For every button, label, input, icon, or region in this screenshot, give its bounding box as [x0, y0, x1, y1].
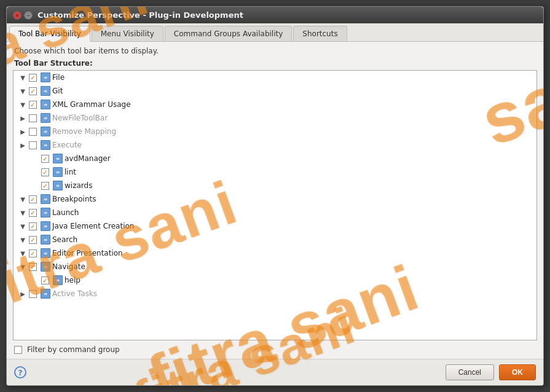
tree-item-navigate[interactable]: ≡ Navigate — [14, 260, 536, 273]
label-lint: lint — [65, 168, 76, 176]
checkbox-xml[interactable] — [29, 101, 37, 109]
section-label: Tool Bar Structure: — [7, 58, 543, 70]
label-remove-mapping: Remove Mapping — [52, 127, 116, 136]
toolbar-icon-java: ≡ — [41, 221, 50, 231]
filter-row: Filter by command group — [7, 340, 543, 359]
label-avdmanager: avdManager — [65, 154, 111, 163]
expand-arrow-editor[interactable] — [18, 249, 27, 257]
checkbox-breakpoints[interactable] — [29, 195, 37, 203]
checkbox-execute[interactable] — [29, 141, 37, 149]
filter-checkbox[interactable] — [14, 346, 22, 354]
window-title: Customize Perspective - Plug-in Developm… — [37, 10, 243, 20]
expand-arrow-search[interactable] — [18, 235, 27, 244]
tab-command-groups-availability[interactable]: Command Groups Availability — [165, 26, 293, 41]
label-wizards: wizards — [65, 181, 92, 190]
checkbox-java[interactable] — [29, 222, 37, 230]
toolbar-icon-remove-mapping: ≡ — [41, 127, 50, 136]
tree-item-execute[interactable]: ≡ Execute — [14, 138, 536, 152]
tree-item-remove-mapping[interactable]: ≡ Remove Mapping — [14, 125, 536, 138]
help-icon[interactable]: ? — [14, 366, 26, 378]
minimize-button[interactable]: − — [24, 11, 33, 20]
tree-item-editor-presentation[interactable]: ≡ Editor Presentation — [14, 246, 536, 260]
toolbar-icon-xml: ≡ — [41, 100, 50, 109]
label-execute: Execute — [52, 141, 82, 149]
tree-item-active-tasks[interactable]: ≡ Active Tasks — [14, 287, 536, 300]
toolbar-icon-execute: ≡ — [41, 140, 50, 150]
ok-button[interactable]: OK — [499, 364, 536, 380]
label-git: Git — [52, 87, 63, 95]
filter-label: Filter by command group — [27, 345, 120, 354]
toolbar-icon-lint: ≡ — [53, 167, 63, 177]
title-bar: × − Customize Perspective - Plug-in Deve… — [7, 7, 543, 23]
checkbox-search[interactable] — [29, 236, 37, 244]
label-xml: XML Grammar Usage — [52, 100, 131, 109]
expand-arrow-file[interactable] — [18, 73, 27, 82]
expand-arrow-breakpoints[interactable] — [18, 195, 27, 203]
label-newfile: NewFileToolBar — [52, 114, 108, 122]
tree-item-java-element-creation[interactable]: ≡ Java Element Creation — [14, 219, 536, 233]
checkbox-remove-mapping[interactable] — [29, 128, 37, 136]
toolbar-icon-search: ≡ — [41, 235, 50, 245]
label-file: File — [52, 73, 65, 82]
toolbar-icon-avdmanager: ≡ — [53, 154, 63, 163]
checkbox-editor[interactable] — [29, 249, 37, 257]
toolbar-icon-navigate: ≡ — [41, 262, 50, 272]
label-launch: Launch — [52, 208, 79, 217]
expand-arrow-execute[interactable] — [18, 141, 27, 149]
toolbar-icon-file: ≡ — [41, 73, 50, 82]
checkbox-git[interactable] — [29, 87, 37, 95]
toolbar-icon-launch: ≡ — [41, 208, 50, 218]
expand-arrow-git[interactable] — [18, 87, 27, 95]
expand-arrow-navigate[interactable] — [18, 262, 27, 271]
checkbox-wizards[interactable] — [41, 182, 49, 190]
label-java: Java Element Creation — [52, 222, 134, 230]
label-navigate: Navigate — [52, 262, 85, 271]
expand-arrow-launch[interactable] — [18, 208, 27, 217]
tree-item-avdmanager[interactable]: ≡ avdManager — [14, 152, 536, 165]
cancel-button[interactable]: Cancel — [446, 364, 494, 380]
checkbox-file[interactable] — [29, 74, 37, 82]
main-dialog: fitra sani sani fitra sani fitra sani fi… — [6, 6, 544, 386]
close-button[interactable]: × — [13, 11, 22, 20]
toolbar-icon-help: ≡ — [53, 275, 63, 285]
tree-item-breakpoints[interactable]: ≡ Breakpoints — [14, 192, 536, 206]
checkbox-help[interactable] — [41, 276, 49, 284]
checkbox-navigate[interactable] — [29, 263, 37, 271]
tab-shortcuts[interactable]: Shortcuts — [293, 26, 347, 41]
label-breakpoints: Breakpoints — [52, 195, 96, 203]
tree-item-lint[interactable]: ≡ lint — [14, 165, 536, 179]
expand-arrow-xml[interactable] — [18, 100, 27, 109]
tab-tool-bar-visibility[interactable]: Tool Bar Visibility — [9, 26, 90, 42]
tree-item-new-file-toolbar[interactable]: ≡ NewFileToolBar — [14, 111, 536, 125]
checkbox-avdmanager[interactable] — [41, 155, 49, 163]
checkbox-launch[interactable] — [29, 209, 37, 217]
label-active-tasks: Active Tasks — [52, 289, 97, 298]
expand-arrow-active-tasks[interactable] — [18, 289, 27, 298]
buttons-row: ? Cancel OK — [7, 359, 543, 385]
tree-item-wizards[interactable]: ≡ wizards — [14, 179, 536, 192]
tab-menu-visibility[interactable]: Menu Visibility — [92, 26, 163, 41]
toolbar-icon-breakpoints: ≡ — [41, 194, 50, 204]
expand-arrow-newfile[interactable] — [18, 114, 27, 122]
toolbar-icon-active-tasks: ≡ — [41, 289, 50, 299]
tree-item-search[interactable]: ≡ Search — [14, 233, 536, 246]
tree-item-xml-grammar-usage[interactable]: ≡ XML Grammar Usage — [14, 98, 536, 111]
tree-area[interactable]: ≡ File ≡ Git ≡ XML Grammar Usage ≡ NewFi… — [13, 70, 537, 340]
tree-item-git[interactable]: ≡ Git — [14, 84, 536, 98]
tree-item-launch[interactable]: ≡ Launch — [14, 206, 536, 219]
tabs-row: Tool Bar Visibility Menu Visibility Comm… — [7, 23, 543, 42]
expand-arrow-java[interactable] — [18, 222, 27, 230]
tree-item-help[interactable]: ≡ help — [14, 273, 536, 287]
expand-arrow-remove-mapping[interactable] — [18, 127, 27, 136]
checkbox-active-tasks[interactable] — [29, 290, 37, 298]
toolbar-icon-wizards: ≡ — [53, 181, 63, 190]
checkbox-newfile[interactable] — [29, 114, 37, 122]
label-editor: Editor Presentation — [52, 249, 123, 257]
label-search: Search — [52, 235, 77, 244]
toolbar-icon-editor: ≡ — [41, 248, 50, 258]
checkbox-lint[interactable] — [41, 168, 49, 176]
description-text: Choose which tool bar items to display. — [7, 42, 543, 58]
label-help: help — [65, 276, 81, 284]
tree-item-file[interactable]: ≡ File — [14, 71, 536, 84]
toolbar-icon-newfile: ≡ — [41, 113, 50, 123]
